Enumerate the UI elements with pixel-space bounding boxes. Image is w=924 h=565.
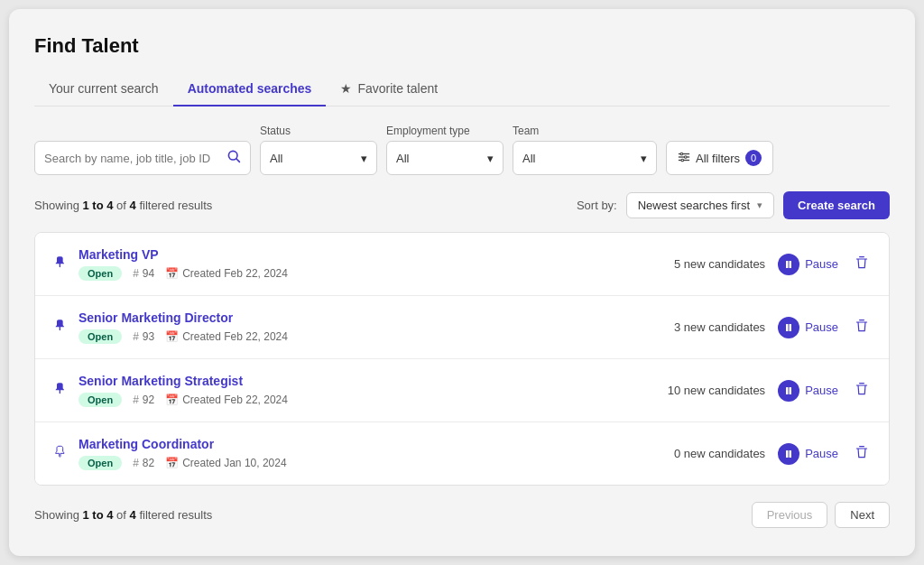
filter-count-badge: 0 xyxy=(745,150,762,166)
card-created-date: 📅 Created Jan 10, 2024 xyxy=(165,457,286,469)
status-badge: Open xyxy=(79,266,122,281)
table-row: Marketing VP Open # 94 📅 Created Feb 22,… xyxy=(35,233,889,296)
delete-button[interactable] xyxy=(851,443,873,464)
sort-label: Sort by: xyxy=(577,199,617,212)
team-select[interactable]: All ▾ xyxy=(513,141,657,175)
table-row: Senior Marketing Strategist Open # 92 📅 … xyxy=(35,359,889,422)
delete-button[interactable] xyxy=(851,254,873,274)
pause-button[interactable]: Pause xyxy=(778,254,838,275)
pin-icon xyxy=(51,255,66,273)
tab-automated-searches[interactable]: Automated searches xyxy=(173,74,327,107)
team-label: Team xyxy=(513,125,657,137)
status-badge: Open xyxy=(79,456,122,470)
team-filter-group: Team All ▾ xyxy=(513,125,657,175)
pin-icon xyxy=(51,445,66,463)
svg-rect-11 xyxy=(790,324,792,331)
svg-rect-8 xyxy=(786,261,789,268)
pin-icon xyxy=(51,382,66,400)
card-info: Senior Marketing Director Open # 93 📅 Cr… xyxy=(79,310,657,344)
card-title[interactable]: Senior Marketing Strategist xyxy=(79,374,657,388)
results-count: Showing 1 to 4 of 4 filtered results xyxy=(34,199,212,212)
card-created-date: 📅 Created Feb 22, 2024 xyxy=(165,394,288,406)
chevron-down-icon: ▾ xyxy=(757,199,762,211)
chevron-down-icon: ▾ xyxy=(641,152,647,165)
status-filter-group: Status All ▾ xyxy=(260,125,377,175)
pause-button[interactable]: Pause xyxy=(778,317,838,338)
filter-icon xyxy=(678,151,690,166)
card-created-date: 📅 Created Feb 22, 2024 xyxy=(165,267,288,280)
delete-button[interactable] xyxy=(851,380,873,401)
employment-type-label: Employment type xyxy=(386,125,504,137)
calendar-icon: 📅 xyxy=(165,394,179,406)
sort-area: Sort by: Newest searches first ▾ Create … xyxy=(577,191,890,219)
svg-rect-13 xyxy=(790,387,792,394)
pause-icon xyxy=(778,443,799,465)
pin-icon xyxy=(51,319,66,337)
svg-point-5 xyxy=(680,153,683,155)
card-title[interactable]: Marketing Coordinator xyxy=(79,437,657,451)
pause-button[interactable]: Pause xyxy=(778,380,838,402)
all-filters-button[interactable]: All filters 0 xyxy=(666,141,773,175)
delete-button[interactable] xyxy=(851,317,873,338)
new-candidates-count: 10 new candidates xyxy=(657,384,765,397)
card-title[interactable]: Senior Marketing Director xyxy=(79,310,657,325)
hash-icon: # xyxy=(133,457,139,469)
search-box[interactable] xyxy=(34,141,251,175)
tab-current-search[interactable]: Your current search xyxy=(34,74,173,107)
status-badge: Open xyxy=(79,329,122,344)
employment-type-filter-group: Employment type All ▾ xyxy=(386,125,504,175)
card-actions: 3 new candidates Pause xyxy=(657,317,873,338)
card-title[interactable]: Marketing VP xyxy=(79,247,657,262)
status-label: Status xyxy=(260,125,377,137)
new-candidates-count: 3 new candidates xyxy=(657,320,765,334)
page-title: Find Talent xyxy=(34,34,890,58)
card-actions: 10 new candidates Pause xyxy=(657,380,873,402)
results-header: Showing 1 to 4 of 4 filtered results Sor… xyxy=(34,191,890,219)
card-actions: 5 new candidates Pause xyxy=(657,254,873,275)
hash-icon: # xyxy=(133,267,139,280)
status-select[interactable]: All ▾ xyxy=(260,141,377,175)
pagination: Previous Next xyxy=(752,502,890,528)
chevron-down-icon: ▾ xyxy=(361,152,367,165)
pause-icon xyxy=(778,380,799,402)
hash-icon: # xyxy=(133,330,139,343)
card-info: Senior Marketing Strategist Open # 92 📅 … xyxy=(79,374,657,407)
svg-rect-15 xyxy=(790,450,792,458)
tab-favorite-talent[interactable]: ★ Favorite talent xyxy=(326,74,452,107)
svg-rect-10 xyxy=(786,324,789,331)
card-meta: Open # 93 📅 Created Feb 22, 2024 xyxy=(79,329,657,344)
next-button[interactable]: Next xyxy=(835,502,890,528)
card-actions: 0 new candidates Pause xyxy=(657,443,873,465)
calendar-icon: 📅 xyxy=(165,330,179,343)
table-row: Marketing Coordinator Open # 82 📅 Create… xyxy=(35,422,889,485)
search-input[interactable] xyxy=(44,152,226,165)
footer: Showing 1 to 4 of 4 filtered results Pre… xyxy=(34,502,890,528)
pause-button[interactable]: Pause xyxy=(778,443,838,465)
card-id: # 94 xyxy=(133,267,154,280)
new-candidates-count: 0 new candidates xyxy=(657,447,765,460)
card-info: Marketing VP Open # 94 📅 Created Feb 22,… xyxy=(79,247,657,281)
previous-button[interactable]: Previous xyxy=(752,502,828,528)
card-meta: Open # 92 📅 Created Feb 22, 2024 xyxy=(79,393,657,407)
card-id: # 92 xyxy=(133,394,154,406)
card-id: # 82 xyxy=(133,457,154,469)
filters-row: Status All ▾ Employment type All ▾ Team … xyxy=(34,125,890,175)
card-created-date: 📅 Created Feb 22, 2024 xyxy=(165,330,288,343)
card-meta: Open # 94 📅 Created Feb 22, 2024 xyxy=(79,266,657,281)
employment-type-select[interactable]: All ▾ xyxy=(386,141,504,175)
card-meta: Open # 82 📅 Created Jan 10, 2024 xyxy=(79,456,657,470)
tab-bar: Your current search Automated searches ★… xyxy=(34,74,890,107)
svg-line-1 xyxy=(236,159,240,162)
svg-rect-9 xyxy=(790,261,792,268)
new-candidates-count: 5 new candidates xyxy=(657,257,765,271)
svg-rect-14 xyxy=(786,450,789,458)
create-search-button[interactable]: Create search xyxy=(783,191,890,219)
search-icon xyxy=(226,149,241,167)
calendar-icon: 📅 xyxy=(165,267,179,280)
card-id: # 93 xyxy=(133,330,154,343)
pause-icon xyxy=(778,317,799,338)
sort-select[interactable]: Newest searches first ▾ xyxy=(626,192,774,218)
svg-point-6 xyxy=(684,155,687,158)
main-container: Find Talent Your current search Automate… xyxy=(9,9,915,556)
calendar-icon: 📅 xyxy=(165,457,179,469)
